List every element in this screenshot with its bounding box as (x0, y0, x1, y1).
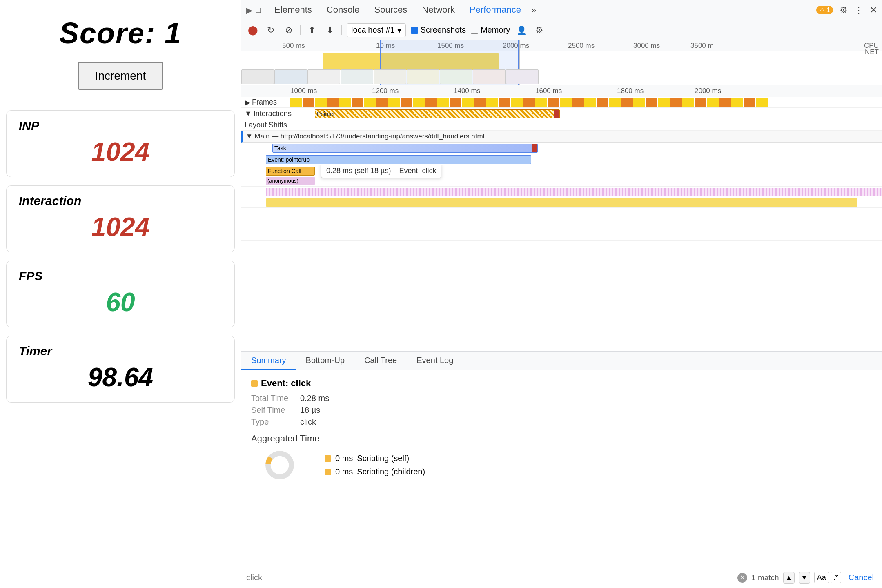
record-icon[interactable]: ⬤ (246, 24, 259, 37)
frame-cell (303, 98, 315, 107)
legend-label-self: Scripting (self) (357, 454, 409, 463)
frames-content (290, 97, 882, 108)
timeline-main[interactable]: 1000 ms 1200 ms 1400 ms 1600 ms 1800 ms … (241, 85, 882, 351)
search-input[interactable] (246, 573, 733, 582)
ruler-label-2500: 2500 ms (568, 42, 595, 50)
pointerup-track[interactable]: Event: pointerup (241, 154, 882, 165)
frame-cell (401, 98, 413, 107)
toolbar-divider (300, 25, 301, 35)
detail-type-value: click (300, 417, 316, 427)
increment-button[interactable]: Increment (78, 62, 163, 90)
close-icon[interactable]: ✕ (870, 5, 877, 16)
event-title-text: Event: click (261, 378, 311, 389)
memory-checkbox[interactable] (471, 27, 478, 34)
frame-cell (621, 98, 633, 107)
search-next-button[interactable]: ▼ (799, 572, 810, 584)
settings-icon[interactable]: ⚙ (840, 5, 848, 16)
screenshot-thumb (440, 69, 472, 84)
devtools-panel: ▶ □ Elements Console Sources Network Per… (241, 0, 882, 588)
tab-more[interactable]: » (528, 0, 539, 20)
layout-shifts-content (290, 120, 882, 130)
anonymous-bar[interactable]: (anonymous) (266, 177, 315, 185)
tick-content (241, 208, 882, 240)
memory-label: Memory (481, 25, 510, 35)
main-thread-header: ▼ Main — http://localhost:5173/understan… (241, 131, 882, 143)
frames-track[interactable]: ▶ Frames (241, 97, 882, 108)
tab-console[interactable]: Console (319, 0, 367, 20)
interactions-chevron-icon[interactable]: ▼ (245, 109, 252, 118)
devtools-tabs: Elements Console Sources Network Perform… (267, 0, 539, 20)
tab-network[interactable]: Network (414, 0, 462, 20)
frame-cell (731, 98, 744, 107)
interactions-track[interactable]: ▼ Interactions Pointer (241, 108, 882, 120)
tab-bottom-up[interactable]: Bottom-Up (296, 352, 355, 370)
tick-orange (425, 208, 425, 240)
download-icon[interactable]: ⬇ (323, 24, 336, 37)
reload-icon[interactable]: ↻ (264, 24, 277, 37)
interaction-label: Interaction (19, 194, 222, 208)
function-call-content: Function Call 0.28 ms (self 18 µs) Event… (241, 165, 882, 187)
cursor-icon[interactable]: ▶ (246, 5, 252, 15)
search-clear-button[interactable]: ✕ (737, 573, 747, 583)
frame-cell (658, 98, 670, 107)
screenshot-thumb (274, 69, 307, 84)
screenshots-checkbox[interactable] (411, 27, 418, 34)
tab-event-log[interactable]: Event Log (407, 352, 463, 370)
person-icon[interactable]: 👤 (515, 24, 528, 37)
tab-performance[interactable]: Performance (462, 0, 528, 20)
frame-cell (609, 98, 621, 107)
inp-label: INP (19, 119, 222, 133)
timeline-overview[interactable]: 500 ms 10 ms 1500 ms 2000 ms 2500 ms 300… (241, 40, 882, 85)
interaction-pointer-bar[interactable]: Pointer (315, 109, 560, 118)
tab-summary[interactable]: Summary (241, 352, 296, 370)
frame-cell (695, 98, 707, 107)
purple-stripe-track (241, 187, 882, 197)
frames-cells (290, 98, 882, 107)
more-icon[interactable]: ⋮ (854, 5, 863, 16)
function-call-track[interactable]: Function Call 0.28 ms (self 18 µs) Event… (241, 165, 882, 187)
devtools-header: ▶ □ Elements Console Sources Network Per… (241, 0, 882, 20)
frame-cell (707, 98, 719, 107)
match-case-button[interactable]: Aa (814, 572, 829, 583)
frame-cell (719, 98, 731, 107)
legend-value-children: 0 ms (335, 467, 353, 477)
screenshots-row (241, 69, 882, 84)
settings2-icon[interactable]: ⚙ (533, 24, 546, 37)
frame-cell (548, 98, 560, 107)
frame-cell (646, 98, 658, 107)
devtools-toolbar: ⬤ ↻ ⊘ ⬆ ⬇ localhost #1 ▾ Screenshots Mem… (241, 20, 882, 40)
detail-total-key: Total Time (251, 394, 292, 403)
clear-icon[interactable]: ⊘ (282, 24, 295, 37)
layout-shifts-track[interactable]: Layout Shifts (241, 120, 882, 131)
tab-sources[interactable]: Sources (367, 0, 415, 20)
source-chevron: ▾ (397, 25, 401, 35)
purple-stripe-bar (266, 188, 882, 196)
task-bar[interactable]: Task (272, 144, 538, 153)
frames-chevron-icon[interactable]: ▶ (245, 98, 250, 107)
search-prev-button[interactable]: ▲ (783, 572, 795, 584)
tab-call-tree[interactable]: Call Tree (354, 352, 407, 370)
timer-label: Timer (19, 344, 222, 358)
source-selector[interactable]: localhost #1 ▾ (347, 23, 406, 37)
task-track[interactable]: Task (241, 143, 882, 154)
match-count: 1 match (751, 573, 779, 582)
frame-cell (572, 98, 584, 107)
ruler-label-500: 500 ms (282, 42, 305, 50)
detail-self-value: 18 µs (300, 405, 320, 415)
function-call-bar[interactable]: Function Call (266, 167, 315, 176)
pointerup-label: Event: pointerup (268, 156, 310, 163)
ruler2-1200: 1200 ms (372, 87, 399, 95)
screenshots-checkbox-group: Screenshots (411, 25, 466, 35)
screenshots-label: Screenshots (421, 25, 466, 35)
ruler2-1800: 1800 ms (617, 87, 644, 95)
upload-icon[interactable]: ⬆ (305, 24, 318, 37)
inspect-icon[interactable]: □ (256, 5, 261, 15)
main-thread-chevron-icon[interactable]: ▼ (246, 132, 253, 140)
cancel-button[interactable]: Cancel (845, 573, 877, 582)
warn-count: 1 (826, 7, 830, 14)
tab-elements[interactable]: Elements (267, 0, 319, 20)
regex-button[interactable]: .* (831, 572, 841, 583)
pointerup-bar[interactable]: Event: pointerup (266, 155, 531, 164)
frame-cell (437, 98, 450, 107)
legend-value-self: 0 ms (335, 454, 353, 463)
